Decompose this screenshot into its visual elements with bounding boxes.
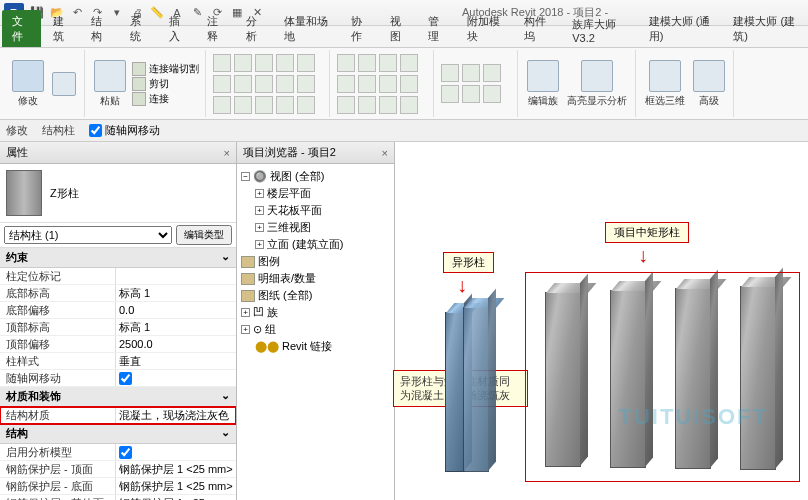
base-level-input[interactable]	[119, 285, 233, 301]
edit-family-button[interactable]: 编辑族	[525, 58, 561, 110]
tab-collab[interactable]: 协作	[341, 10, 380, 47]
tree-ceiling[interactable]: +天花板平面	[241, 202, 390, 219]
tab-sys[interactable]: 系统	[120, 10, 159, 47]
section-materials[interactable]: 材质和装饰⌄	[0, 387, 236, 407]
tab-analyze[interactable]: 分析	[236, 10, 275, 47]
rebar-top-input[interactable]	[119, 461, 233, 477]
tool-icon[interactable]	[234, 96, 252, 114]
tool-icon[interactable]	[337, 75, 355, 93]
paste-button[interactable]: 粘贴	[92, 58, 128, 110]
tab-model1[interactable]: 建模大师 (通用)	[639, 10, 724, 47]
column-irregular[interactable]	[463, 307, 489, 472]
tab-annot[interactable]: 注释	[197, 10, 236, 47]
close-icon[interactable]: ×	[382, 147, 388, 159]
column-rect[interactable]	[610, 290, 646, 468]
tool-icon[interactable]	[297, 54, 315, 72]
edit-type-button[interactable]: 编辑类型	[176, 225, 232, 245]
optbar-structcol[interactable]: 结构柱	[42, 123, 75, 138]
tab-fam[interactable]: 族库大师V3.2	[562, 13, 638, 47]
tool-icon[interactable]	[462, 85, 480, 103]
properties-body[interactable]: 约束⌄ 柱定位标记 底部标高 底部偏移 顶部标高 顶部偏移 柱样式 随轴网移动 …	[0, 248, 236, 500]
tree-families[interactable]: +凹族	[241, 304, 390, 321]
enable-model-checkbox[interactable]	[119, 446, 132, 459]
tool-icon[interactable]	[379, 96, 397, 114]
tree-3d[interactable]: +三维视图	[241, 219, 390, 236]
type-selector[interactable]: 结构柱 (1)	[4, 226, 172, 244]
tab-view[interactable]: 视图	[380, 10, 419, 47]
tree-views[interactable]: −🔘视图 (全部)	[241, 168, 390, 185]
move-grid-checkbox[interactable]	[119, 372, 132, 385]
tab-struct[interactable]: 结构	[81, 10, 120, 47]
tree-link[interactable]: ⬤⬤Revit 链接	[241, 338, 390, 355]
tool-icon[interactable]	[379, 54, 397, 72]
tool-icon[interactable]	[379, 75, 397, 93]
tool-icon[interactable]	[441, 64, 459, 82]
tool-icon[interactable]	[234, 54, 252, 72]
tab-manage[interactable]: 管理	[418, 10, 457, 47]
tab-mass[interactable]: 体量和场地	[274, 10, 341, 47]
tool-icon[interactable]	[255, 75, 273, 93]
viewport-3d[interactable]: 异形柱与矩形柱材质同 为混凝土，现场浇筑灰 异形柱 ↓ 项目中矩形柱 ↓ TUI…	[395, 142, 808, 500]
optbar-modify[interactable]: 修改	[6, 123, 28, 138]
column-irregular[interactable]	[445, 312, 465, 472]
select-button[interactable]	[50, 70, 78, 98]
rebar-other-input[interactable]	[119, 495, 233, 500]
tab-file[interactable]: 文件	[2, 10, 41, 47]
top-offset-input[interactable]	[119, 336, 233, 352]
cut-clip-button[interactable]: 连接端切割	[132, 62, 199, 76]
tool-icon[interactable]	[213, 75, 231, 93]
move-with-grid-checkbox[interactable]	[89, 124, 102, 137]
tree-legend[interactable]: 图例	[241, 253, 390, 270]
col-style-input[interactable]	[119, 353, 233, 369]
tab-insert[interactable]: 插入	[159, 10, 198, 47]
column-rect[interactable]	[675, 288, 711, 469]
tool-icon[interactable]	[337, 54, 355, 72]
tree-elev[interactable]: +立面 (建筑立面)	[241, 236, 390, 253]
tool-icon[interactable]	[255, 54, 273, 72]
join-button[interactable]: 连接	[132, 92, 199, 106]
tool-icon[interactable]	[400, 96, 418, 114]
rebar-bot-input[interactable]	[119, 478, 233, 494]
tab-arch[interactable]: 建筑	[43, 10, 82, 47]
tool-icon[interactable]	[213, 96, 231, 114]
tool-icon[interactable]	[297, 96, 315, 114]
tool-icon[interactable]	[213, 54, 231, 72]
tool-icon[interactable]	[276, 54, 294, 72]
struct-mat-input[interactable]	[119, 407, 233, 423]
tool-icon[interactable]	[276, 75, 294, 93]
base-offset-input[interactable]	[119, 302, 233, 318]
move-with-grid-check[interactable]: 随轴网移动	[89, 123, 160, 138]
tool-icon[interactable]	[462, 64, 480, 82]
section-constraints[interactable]: 约束⌄	[0, 248, 236, 268]
tool-icon[interactable]	[234, 75, 252, 93]
tree-floor[interactable]: +楼层平面	[241, 185, 390, 202]
tool-icon[interactable]	[441, 85, 459, 103]
tree-sheets[interactable]: 图纸 (全部)	[241, 287, 390, 304]
tool-icon[interactable]	[358, 96, 376, 114]
tab-addin[interactable]: 附加模块	[457, 10, 514, 47]
tool-icon[interactable]	[255, 96, 273, 114]
section-structural[interactable]: 结构⌄	[0, 424, 236, 444]
tool-icon[interactable]	[400, 75, 418, 93]
tool-icon[interactable]	[297, 75, 315, 93]
tool-icon[interactable]	[400, 54, 418, 72]
top-level-input[interactable]	[119, 319, 233, 335]
modify-button[interactable]: 修改	[10, 58, 46, 110]
close-icon[interactable]: ×	[224, 147, 230, 159]
tree-groups[interactable]: +⊙组	[241, 321, 390, 338]
column-rect[interactable]	[545, 292, 581, 467]
tree-sched[interactable]: 明细表/数量	[241, 270, 390, 287]
tool-icon[interactable]	[358, 54, 376, 72]
tool-icon[interactable]	[358, 75, 376, 93]
highlight-button[interactable]: 高亮显示分析	[565, 58, 629, 110]
tab-model2[interactable]: 建模大师 (建筑)	[723, 10, 808, 47]
tool-icon[interactable]	[276, 96, 294, 114]
cut-button[interactable]: 剪切	[132, 77, 199, 91]
column-rect[interactable]	[740, 286, 776, 470]
tool-icon[interactable]	[483, 85, 501, 103]
tab-comp[interactable]: 构件坞	[514, 10, 562, 47]
tool-icon[interactable]	[483, 64, 501, 82]
advanced-button[interactable]: 高级	[691, 58, 727, 110]
box3d-button[interactable]: 框选三维	[643, 58, 687, 110]
tool-icon[interactable]	[337, 96, 355, 114]
